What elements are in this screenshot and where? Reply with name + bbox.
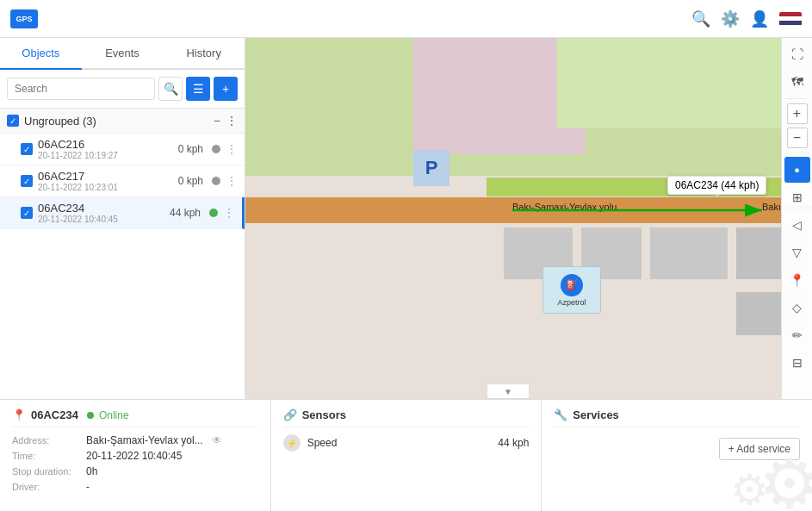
vehicle-date: 20-11-2022 10:19:27: [38, 151, 173, 160]
group-menu-icon[interactable]: ⋮: [226, 114, 238, 128]
logo-text: GPS: [15, 15, 32, 23]
add-button[interactable]: +: [214, 77, 238, 101]
services-title: Services: [573, 408, 619, 421]
time-label: Time:: [12, 451, 81, 461]
vehicle-info: 06AC217 20-11-2022 10:23:01: [38, 170, 173, 192]
stop-value: 0h: [86, 465, 97, 477]
vehicle-detail-section: 📍 06AC234 Online Address: Bakı-Şamaxi-Ye…: [0, 400, 271, 511]
list-item[interactable]: 06AC216 20-11-2022 10:19:27 0 kph ⋮: [0, 134, 245, 165]
vehicle-info: 06AC216 20-11-2022 10:19:27: [38, 138, 173, 160]
sidebar-tabs: Objects Events History: [0, 38, 245, 70]
sidebar: Objects Events History 🔍 ☰ + Ungrouped (…: [0, 38, 245, 399]
vehicle-date: 20-11-2022 10:40:45: [38, 215, 164, 224]
fullscreen-button[interactable]: ⛶: [784, 41, 810, 67]
vehicle-speed: 0 kph: [178, 175, 203, 187]
map-background: Bakı-Şamaxi-Yevlax yolu Bakı-Şamaxi-Yevl…: [245, 38, 812, 399]
vehicle-id: 06AC216: [38, 138, 173, 151]
logo-box: GPS: [10, 9, 38, 28]
status-indicator: [209, 209, 218, 217]
vehicle-speed: 0 kph: [178, 143, 203, 155]
stop-row: Stop duration: 0h: [12, 465, 258, 477]
azpetrol-label: Azpetrol: [557, 298, 586, 307]
settings-icon[interactable]: ⚙️: [721, 9, 740, 28]
search-button[interactable]: 🔍: [158, 77, 183, 101]
zoom-out-button[interactable]: −: [787, 128, 808, 148]
navigate-button[interactable]: ◁: [784, 212, 810, 238]
map-area[interactable]: Bakı-Şamaxi-Yevlax yolu Bakı-Şamaxi-Yevl…: [245, 38, 812, 399]
map-green-right: [557, 38, 781, 128]
track-button[interactable]: ●: [784, 157, 810, 183]
eye-icon[interactable]: 👁: [212, 434, 222, 446]
online-indicator: [87, 412, 94, 419]
driver-label: Driver:: [12, 482, 81, 492]
collapse-icon[interactable]: −: [214, 114, 220, 128]
sensors-section: 🔗 Sensors ⚡ Speed 44 kph: [271, 400, 542, 511]
geofence-button[interactable]: ◇: [784, 295, 810, 321]
azpetrol-icon: ⛽: [561, 274, 583, 296]
driver-row: Driver: -: [12, 481, 258, 493]
search-icon[interactable]: 🔍: [691, 9, 710, 28]
group-checkbox[interactable]: [7, 115, 19, 127]
time-value: 20-11-2022 10:40:45: [86, 450, 182, 462]
vehicle-checkbox[interactable]: [21, 207, 33, 219]
add-service-label: + Add service: [728, 443, 790, 455]
route-button[interactable]: ▽: [784, 240, 810, 265]
sensors-title: Sensors: [302, 408, 346, 421]
chevron-down-button[interactable]: ▼: [487, 383, 530, 399]
list-item[interactable]: 06AC217 20-11-2022 10:23:01 0 kph ⋮: [0, 165, 245, 197]
vehicle-checkbox[interactable]: [21, 143, 33, 155]
vehicle-map-tooltip: 06AC234 (44 kph): [667, 176, 766, 195]
list-view-button[interactable]: ☰: [186, 77, 210, 101]
gear-decoration-2: ⚙: [730, 465, 769, 511]
group-label: Ungrouped (3): [24, 115, 208, 128]
vehicle-info: 06AC234 20-11-2022 10:40:45: [38, 202, 164, 224]
location-button[interactable]: 📍: [784, 267, 810, 293]
map-building-3: [650, 227, 728, 279]
add-service-button[interactable]: + Add service: [719, 438, 800, 460]
topbar-icons: 🔍 ⚙️ 👤: [691, 9, 802, 28]
list-item[interactable]: 06AC234 20-11-2022 10:40:45 44 kph ⋮: [0, 197, 245, 229]
tools-button[interactable]: ⊟: [784, 350, 810, 376]
services-icon: 🔧: [554, 408, 567, 421]
zoom-in-button[interactable]: +: [787, 103, 808, 124]
vehicle-more-icon[interactable]: ⋮: [226, 142, 238, 156]
language-flag[interactable]: [779, 12, 802, 26]
parking-sign: P: [413, 150, 449, 186]
chevron-down-icon: ▼: [504, 387, 512, 396]
vehicle-detail-icon: 📍: [12, 408, 26, 421]
address-row: Address: Bakı-Şamaxi-Yevlax yol... 👁: [12, 434, 258, 446]
tab-history[interactable]: History: [163, 38, 245, 70]
vehicle-speed: 44 kph: [170, 207, 201, 219]
status-indicator: [212, 145, 220, 153]
search-input[interactable]: [7, 78, 155, 100]
stop-label: Stop duration:: [12, 466, 81, 477]
measure-button[interactable]: ✏: [784, 322, 810, 348]
tab-objects[interactable]: Objects: [0, 38, 82, 70]
bottom-panel: 📍 06AC234 Online Address: Bakı-Şamaxi-Ye…: [0, 399, 812, 511]
vehicle-more-icon[interactable]: ⋮: [223, 206, 235, 220]
status-indicator: [212, 177, 220, 185]
speed-sensor-label: Speed: [307, 437, 338, 449]
time-row: Time: 20-11-2022 10:40:45: [12, 450, 258, 462]
vehicle-date: 20-11-2022 10:23:01: [38, 183, 173, 192]
services-section: 🔧 Services + Add service ⚙ ⚙: [542, 400, 812, 511]
address-label: Address:: [12, 435, 81, 446]
cluster-button[interactable]: ⊞: [784, 184, 810, 210]
services-header: 🔧 Services: [554, 408, 800, 427]
driver-value: -: [86, 481, 90, 493]
main-area: Objects Events History 🔍 ☰ + Ungrouped (…: [0, 38, 812, 399]
speed-sensor-value: 44 kph: [498, 437, 529, 449]
azpetrol-marker: ⛽ Azpetrol: [542, 266, 601, 314]
vehicle-detail-header: 📍 06AC234 Online: [12, 408, 258, 427]
vehicle-arrow: [495, 193, 788, 227]
layers-button[interactable]: 🗺: [784, 69, 810, 95]
vehicle-checkbox[interactable]: [21, 175, 33, 187]
address-value: Bakı-Şamaxi-Yevlax yol...: [86, 434, 203, 446]
tab-events[interactable]: Events: [82, 38, 164, 70]
sensors-icon: 🔗: [283, 408, 297, 421]
vehicle-id: 06AC217: [38, 170, 173, 183]
sidebar-search-area: 🔍 ☰ +: [0, 70, 245, 109]
user-icon[interactable]: 👤: [750, 9, 769, 28]
map-toolbar: ⛶ 🗺 + − ● ⊞ ◁ ▽ 📍 ◇ ✏ ⊟: [781, 38, 812, 399]
vehicle-more-icon[interactable]: ⋮: [226, 174, 238, 188]
